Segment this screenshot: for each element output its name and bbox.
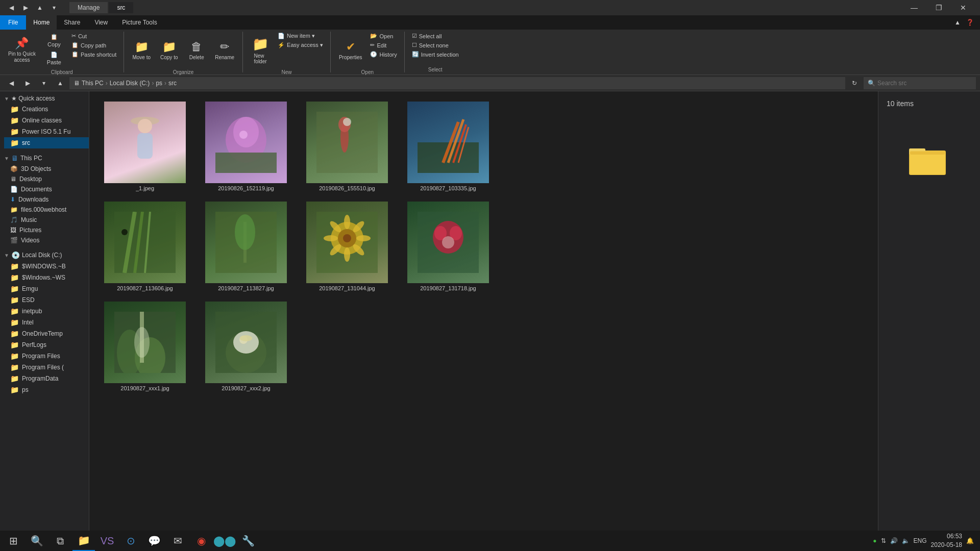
qat-dropdown[interactable]: ▾ xyxy=(48,2,60,14)
browser-edge-button[interactable]: ⊙ xyxy=(119,531,142,551)
this-pc-header[interactable]: ▼ 🖥 This PC xyxy=(0,153,89,164)
paste-shortcut-button[interactable]: 📋 Paste shortcut xyxy=(68,50,119,59)
new-item-button[interactable]: 📄 New item ▾ xyxy=(275,32,326,40)
tab-file[interactable]: File xyxy=(0,15,26,30)
maximize-button[interactable]: ❐ xyxy=(927,0,950,15)
forward-button[interactable]: ▶ xyxy=(20,76,35,90)
minimize-button[interactable]: — xyxy=(902,0,926,15)
search-input[interactable] xyxy=(877,80,972,87)
file-item-1jpeg[interactable]: _1.jpeg xyxy=(96,98,193,194)
invert-selection-button[interactable]: 🔄 Invert selection xyxy=(409,50,462,59)
notification-icon[interactable]: 🔔 xyxy=(966,537,974,544)
new-folder-button[interactable]: 📁 Newfolder xyxy=(247,32,274,68)
file-name-8: 20190827_131718.jpg xyxy=(420,285,476,291)
sidebar-item-3d-objects[interactable]: 📦 3D Objects xyxy=(4,164,89,174)
task-view-button[interactable]: ⧉ xyxy=(49,531,71,551)
sidebar-item-onedrivetemp[interactable]: 📁 OneDriveTemp xyxy=(4,328,89,339)
tab-home[interactable]: Home xyxy=(26,15,57,30)
search-button[interactable]: 🔍 xyxy=(26,531,48,551)
up-button[interactable]: ▲ xyxy=(53,76,67,90)
easy-access-button[interactable]: ⚡ Easy access ▾ xyxy=(275,41,326,49)
file-explorer-button[interactable]: 📁 xyxy=(72,531,95,551)
sidebar-item-videos[interactable]: 🎬 Videos xyxy=(4,235,89,245)
sidebar-item-inetpub[interactable]: 📁 inetpub xyxy=(4,306,89,317)
visual-studio-button[interactable]: VS xyxy=(96,531,118,551)
tab-src[interactable]: src xyxy=(109,2,133,13)
move-to-button[interactable]: 📁 Move to xyxy=(128,32,155,68)
file-item-155510[interactable]: 20190826_155510.jpg xyxy=(299,98,396,194)
file-item-113606[interactable]: 20190827_113606.jpg xyxy=(96,198,193,294)
qat-forward[interactable]: ▶ xyxy=(19,2,32,14)
qat-up[interactable]: ▲ xyxy=(34,2,46,14)
sidebar-item-windows-ws[interactable]: 📁 $Windows.~WS xyxy=(4,272,89,283)
whatsapp-button[interactable]: 💬 xyxy=(143,531,165,551)
sidebar-item-program-files[interactable]: 📁 Program Files xyxy=(4,350,89,362)
copy-button[interactable]: 📋 Copy xyxy=(41,32,67,49)
edit-button[interactable]: ✏ Edit xyxy=(367,41,400,49)
properties-button[interactable]: ✔ Properties xyxy=(335,32,366,68)
file-item-103335[interactable]: 20190827_103335.jpg xyxy=(400,98,497,194)
refresh-button[interactable]: ↻ xyxy=(847,76,862,90)
paste-button[interactable]: 📄 Paste xyxy=(41,51,67,66)
tab-picture-tools[interactable]: Picture Tools xyxy=(115,15,164,30)
pin-to-quick-button[interactable]: 📌 Pin to Quickaccess xyxy=(4,32,40,68)
copy-path-button[interactable]: 📋 Copy path xyxy=(68,41,119,49)
recent-locations-button[interactable]: ▾ xyxy=(37,76,51,90)
sidebar-item-emgu[interactable]: 📁 Emgu xyxy=(4,283,89,294)
file-item-152119[interactable]: 20190826_152119.jpg xyxy=(198,98,295,194)
tab-manage[interactable]: Manage xyxy=(69,2,108,13)
mail-button[interactable]: ✉ xyxy=(166,531,189,551)
unknown-btn-1[interactable]: ⬤⬤ xyxy=(213,531,236,551)
sidebar-item-src[interactable]: 📁 src xyxy=(4,137,89,148)
sidebar-item-perflogs[interactable]: 📁 PerfLogs xyxy=(4,339,89,350)
search-box[interactable]: 🔍 xyxy=(864,77,976,89)
help-icon[interactable]: ❓ xyxy=(964,16,976,29)
bc-src[interactable]: src xyxy=(168,80,177,87)
select-none-button[interactable]: ☐ Select none xyxy=(409,41,462,49)
bc-ps[interactable]: ps xyxy=(156,80,162,87)
back-button[interactable]: ◀ xyxy=(4,76,18,90)
tab-share[interactable]: Share xyxy=(57,15,87,30)
unknown-btn-2[interactable]: 🔧 xyxy=(237,531,259,551)
start-button[interactable]: ⊞ xyxy=(2,531,24,551)
sidebar-item-windows-bt[interactable]: 📁 $WINDOWS.~B xyxy=(4,261,89,272)
sidebar-item-desktop[interactable]: 🖥 Desktop xyxy=(4,174,89,184)
sidebar-item-program-files-x[interactable]: 📁 Program Files ( xyxy=(4,362,89,373)
sidebar-item-creations[interactable]: 📁 Creations xyxy=(4,104,89,115)
history-button[interactable]: 🕐 History xyxy=(367,50,400,59)
sidebar-item-power-iso[interactable]: 📁 Power ISO 5.1 Fu xyxy=(4,126,89,137)
sidebar-item-documents[interactable]: 📄 Documents xyxy=(4,184,89,194)
sidebar-item-music[interactable]: 🎵 Music xyxy=(4,215,89,225)
chrome-button[interactable]: ◉ xyxy=(190,531,212,551)
ribbon-collapse[interactable]: ▲ xyxy=(951,16,964,29)
organize-items: 📁 Move to 📁 Copy to 🗑 Delete ✏ Rename xyxy=(128,32,238,68)
breadcrumb[interactable]: 🖥 This PC › Local Disk (C:) › ps › src xyxy=(69,77,845,89)
file-item-131044[interactable]: 20190827_131044.jpg xyxy=(299,198,396,294)
sidebar-item-online-classes[interactable]: 📁 Online classes xyxy=(4,115,89,126)
quick-access-header[interactable]: ▼ ★ Quick access xyxy=(0,93,89,104)
file-item-row3-2[interactable]: 20190827_xxx2.jpg xyxy=(198,298,295,394)
sidebar-item-esd[interactable]: 📁 ESD xyxy=(4,294,89,306)
file-thumb-1 xyxy=(104,102,186,183)
sidebar-item-downloads[interactable]: ⬇ Downloads xyxy=(4,194,89,205)
sidebar-item-intel[interactable]: 📁 Intel xyxy=(4,317,89,328)
local-disk-header[interactable]: ▼ 💿 Local Disk (C:) xyxy=(0,249,89,261)
rename-button[interactable]: ✏ Rename xyxy=(211,32,238,68)
open-button[interactable]: 📂 Open xyxy=(367,32,400,40)
sidebar-item-pictures[interactable]: 🖼 Pictures xyxy=(4,225,89,235)
file-item-113827[interactable]: 20190827_113827.jpg xyxy=(198,198,295,294)
sidebar-item-programdata[interactable]: 📁 ProgramData xyxy=(4,373,89,384)
select-all-button[interactable]: ☑ Select all xyxy=(409,32,462,40)
bc-this-pc[interactable]: This PC xyxy=(82,80,104,87)
delete-button[interactable]: 🗑 Delete xyxy=(183,32,210,68)
close-button[interactable]: ✕ xyxy=(951,0,975,15)
sidebar-item-ps[interactable]: 📁 ps xyxy=(4,384,89,395)
cut-button[interactable]: ✂ Cut xyxy=(68,32,119,40)
tab-view[interactable]: View xyxy=(87,15,115,30)
bc-local-disk[interactable]: Local Disk (C:) xyxy=(110,80,150,87)
file-item-131718[interactable]: 20190827_131718.jpg xyxy=(400,198,497,294)
copy-to-button[interactable]: 📁 Copy to xyxy=(156,32,182,68)
qat-back[interactable]: ◀ xyxy=(5,2,17,14)
sidebar-item-files-webhost[interactable]: 📁 files.000webhost xyxy=(4,205,89,215)
file-item-row3-1[interactable]: 20190827_xxx1.jpg xyxy=(96,298,193,394)
